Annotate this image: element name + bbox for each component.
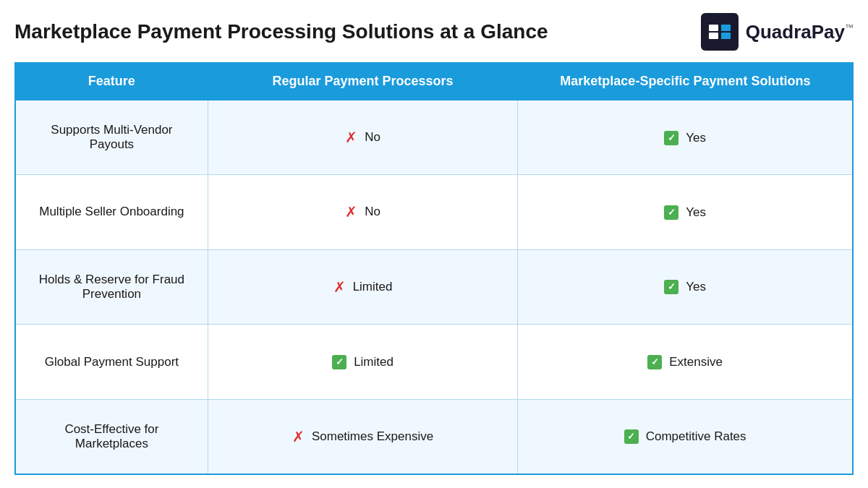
table-row-regular-0: ✗No [208, 100, 517, 175]
svg-rect-4 [721, 33, 731, 39]
table-row-feature-1: Multiple Seller Onboarding [15, 175, 208, 250]
x-icon: ✗ [345, 203, 357, 221]
table-row-marketplace-0: ✓Yes [518, 100, 853, 175]
table-row-feature-4: Cost-Effective for Marketplaces [15, 399, 208, 474]
logo-text: QuadraPay™ [746, 21, 854, 43]
col-header-marketplace: Marketplace-Specific Payment Solutions [518, 63, 853, 100]
svg-rect-3 [721, 25, 731, 31]
table-row-marketplace-2: ✓Yes [518, 249, 853, 325]
x-icon: ✗ [345, 129, 357, 146]
table-row-regular-4: ✗Sometimes Expensive [208, 399, 517, 474]
quadrapay-logo-icon [701, 13, 739, 51]
page-wrapper: Marketplace Payment Processing Solutions… [0, 0, 868, 488]
svg-rect-2 [709, 33, 718, 39]
table-row-feature-2: Holds & Reserve for Fraud Prevention [15, 249, 208, 325]
logo-container: QuadraPay™ [701, 13, 854, 51]
x-icon: ✗ [333, 278, 346, 296]
col-header-feature: Feature [15, 63, 208, 100]
svg-rect-0 [707, 19, 733, 45]
col-header-regular: Regular Payment Processors [208, 63, 517, 100]
check-icon: ✓ [624, 429, 639, 444]
check-icon: ✓ [664, 280, 678, 294]
table-row-regular-1: ✗No [208, 175, 517, 250]
table-row-marketplace-3: ✓Extensive [518, 325, 853, 400]
table-row-marketplace-4: ✓Competitive Rates [518, 399, 853, 474]
table-row-regular-3: ✓Limited [208, 325, 517, 400]
check-icon: ✓ [647, 355, 662, 369]
check-icon: ✓ [664, 205, 678, 220]
table-row-marketplace-1: ✓Yes [518, 175, 853, 250]
table-row-regular-2: ✗Limited [208, 249, 517, 325]
header: Marketplace Payment Processing Solutions… [14, 13, 854, 51]
page-title: Marketplace Payment Processing Solutions… [14, 20, 548, 44]
table-row-feature-0: Supports Multi-Vendor Payouts [15, 100, 208, 175]
check-icon: ✓ [664, 131, 678, 145]
x-icon: ✗ [292, 428, 305, 445]
table-row-feature-3: Global Payment Support [15, 325, 208, 400]
comparison-table: Feature Regular Payment Processors Marke… [14, 62, 854, 475]
check-icon: ✓ [332, 355, 346, 369]
svg-rect-1 [709, 25, 718, 31]
